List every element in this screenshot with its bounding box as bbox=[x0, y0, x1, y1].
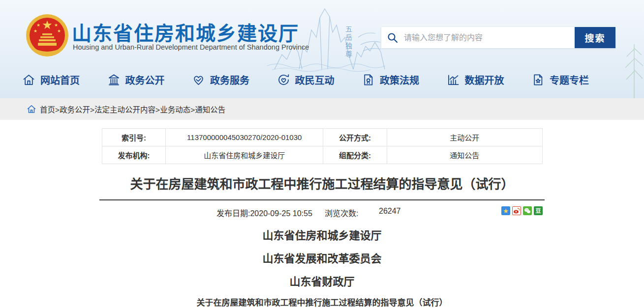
meta-agency-value: 山东省住房和城乡建设厅 bbox=[166, 146, 323, 164]
article-content: 索引号: 113700000045030270/2020-01030 公开方式:… bbox=[98, 128, 547, 308]
document-title-line: 关于在房屋建筑和市政工程中推行施工过程结算的指导意见（试行） bbox=[98, 296, 547, 308]
svg-text:★: ★ bbox=[57, 28, 61, 33]
issuer-line: 山东省住房和城乡建设厅 bbox=[98, 226, 547, 242]
nav-item-label: 数据开放 bbox=[465, 73, 504, 87]
handshake-heart-icon bbox=[192, 73, 205, 86]
svg-text:★: ★ bbox=[33, 28, 37, 33]
search-icon bbox=[381, 27, 404, 48]
article-meta-row: 发布日期:2020-09-25 10:55 浏览次数: 26247 ★ 豆 bbox=[99, 200, 545, 222]
table-row: 索引号: 113700000045030270/2020-01030 公开方式:… bbox=[102, 129, 542, 146]
nav-item-home[interactable]: 网站首页 bbox=[22, 73, 80, 87]
issuer-line: 山东省发展和改革委员会 bbox=[98, 250, 547, 265]
nav-item-gov-disclosure[interactable]: 政务公开 bbox=[107, 73, 165, 87]
page-title: 关于在房屋建筑和市政工程中推行施工过程结算的指导意见（试行） bbox=[98, 174, 547, 192]
publish-date: 发布日期:2020-09-25 10:55 bbox=[216, 207, 312, 219]
nav-item-public-interaction[interactable]: 政民互动 bbox=[277, 73, 335, 87]
nav-item-label: 网站首页 bbox=[40, 73, 80, 87]
nav-item-gov-services[interactable]: 政务服务 bbox=[192, 73, 249, 87]
bank-icon bbox=[107, 73, 121, 86]
meta-method-value: 主动公开 bbox=[387, 129, 542, 146]
trees-artwork bbox=[614, 29, 644, 98]
meta-agency-label: 发布机构: bbox=[102, 146, 166, 164]
meta-table: 索引号: 113700000045030270/2020-01030 公开方式:… bbox=[102, 128, 543, 164]
share-wechat-icon[interactable] bbox=[523, 206, 532, 215]
home-icon bbox=[22, 73, 35, 86]
search-input[interactable] bbox=[404, 27, 575, 48]
breadcrumb-home-icon bbox=[27, 105, 36, 113]
share-qzone-icon[interactable]: ★ bbox=[501, 206, 510, 215]
nav-item-label: 专题专栏 bbox=[550, 73, 589, 87]
meta-index-label: 索引号: bbox=[102, 129, 166, 146]
search-box: 搜索 bbox=[381, 27, 615, 48]
meta-method-label: 公开方式: bbox=[323, 129, 387, 146]
nav-item-open-data[interactable]: 数据开放 bbox=[447, 73, 504, 87]
meta-category-value: 通知公告 bbox=[387, 146, 542, 164]
svg-text:★: ★ bbox=[42, 18, 53, 32]
star-document-icon bbox=[531, 73, 545, 86]
table-row: 发布机构: 山东省住房和城乡建设厅 组配分类: 通知公告 bbox=[102, 146, 542, 164]
nav-item-label: 政务公开 bbox=[125, 73, 165, 87]
heart-chat-icon bbox=[277, 73, 290, 86]
breadcrumb[interactable]: 首页>政务公开>法定主动公开内容>业务动态>通知公告 bbox=[40, 104, 225, 114]
document-seal-icon bbox=[362, 73, 375, 86]
share-douban-icon[interactable]: 豆 bbox=[534, 206, 543, 215]
article-body: 山东省住房和城乡建设厅 山东省发展和改革委员会 山东省财政厅 关于在房屋建筑和市… bbox=[98, 226, 547, 308]
nav-item-policies[interactable]: 政策法规 bbox=[362, 73, 419, 87]
nav-item-label: 政民互动 bbox=[295, 73, 335, 87]
svg-text:★: ★ bbox=[54, 23, 58, 28]
main-nav: 网站首页 政务公开 政务服务 政民互动 bbox=[22, 73, 589, 87]
nav-item-special-topics[interactable]: 专题专栏 bbox=[531, 73, 589, 87]
share-weibo-icon[interactable] bbox=[512, 206, 521, 215]
nav-item-label: 政策法规 bbox=[380, 73, 419, 87]
mountain-inscription: 五岳独尊 bbox=[343, 26, 353, 59]
nav-item-label: 政务服务 bbox=[210, 73, 249, 87]
meta-index-value: 113700000045030270/2020-01030 bbox=[166, 129, 323, 146]
issuer-line: 山东省财政厅 bbox=[98, 273, 547, 288]
site-title: 山东省住房和城乡建设厅 bbox=[72, 18, 299, 46]
meta-category-label: 组配分类: bbox=[323, 146, 387, 164]
svg-text:★: ★ bbox=[36, 23, 40, 28]
search-button[interactable]: 搜索 bbox=[575, 27, 615, 48]
breadcrumb-bar: 首页>政务公开>法定主动公开内容>业务动态>通知公告 bbox=[0, 98, 644, 120]
views-label: 浏览次数: bbox=[325, 207, 358, 219]
national-emblem-logo: ★ ★ ★ ★ ★ bbox=[26, 14, 69, 57]
site-subtitle: Housing and Urban-Rural Development Depa… bbox=[73, 43, 309, 51]
views-count: 26247 bbox=[379, 207, 401, 216]
share-bar: ★ 豆 bbox=[501, 206, 543, 215]
site-header: 五岳独尊 ★ ★ ★ ★ ★ 山东省住房和城乡建设厅 Housing and U… bbox=[0, 0, 644, 98]
bar-chart-icon bbox=[447, 73, 460, 86]
